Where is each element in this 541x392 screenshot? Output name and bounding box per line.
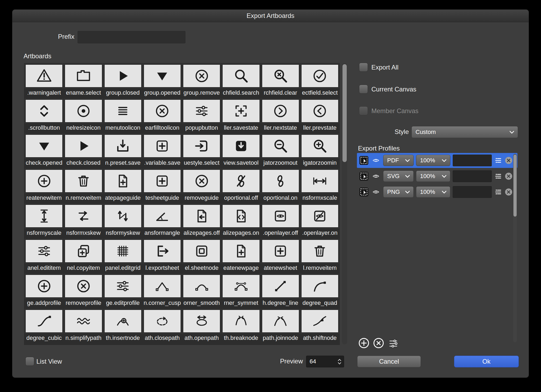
artboard-cell[interactable]: rchfield.clear bbox=[261, 63, 300, 98]
artboard-cell[interactable]: jatorzoomout bbox=[261, 133, 300, 168]
artboard-cell[interactable]: el.sheetnode bbox=[182, 239, 221, 274]
artboard-cell[interactable]: h.degree_line bbox=[261, 274, 300, 309]
list-view-checkbox[interactable] bbox=[25, 357, 34, 366]
artboard-cell[interactable]: alizepages.on bbox=[221, 203, 261, 239]
artboard-cell[interactable]: n.preset.save bbox=[103, 133, 143, 168]
artboard-cell[interactable]: n.removeitem bbox=[64, 168, 103, 203]
current-canvas-checkbox[interactable] bbox=[359, 85, 368, 94]
artboard-cell[interactable]: nsformxscale bbox=[300, 168, 340, 203]
artboard-cell[interactable]: oportional.off bbox=[221, 168, 261, 203]
artboard-cell[interactable]: th.breaknode bbox=[221, 309, 261, 344]
export-profile-row[interactable]: PNG 100% bbox=[357, 185, 517, 199]
export-all-checkbox[interactable] bbox=[359, 63, 368, 72]
profile-filename-input[interactable] bbox=[453, 186, 492, 198]
artboard-cell[interactable]: .openlayer.on bbox=[300, 203, 340, 239]
profile-settings-icon[interactable] bbox=[494, 156, 502, 164]
profile-filename-input[interactable] bbox=[453, 155, 492, 166]
artboard-cell[interactable]: igatorzoomin bbox=[300, 133, 340, 168]
profile-filename-input[interactable] bbox=[453, 170, 492, 182]
artboard-cell[interactable]: atenewsheet bbox=[261, 239, 300, 274]
artboard-cell[interactable]: ectfield.select bbox=[300, 63, 340, 98]
delete-profile-icon[interactable] bbox=[505, 188, 513, 196]
artboard-cell[interactable]: uestyle.select bbox=[182, 133, 221, 168]
artboard-cell[interactable]: group.remove bbox=[182, 63, 221, 98]
artboard-cell[interactable]: check.closed bbox=[64, 133, 103, 168]
artboard-cell[interactable]: n.simplifypath bbox=[64, 309, 103, 344]
artboard-cell[interactable]: eatenewpage bbox=[221, 239, 261, 274]
artboard-cell[interactable]: ath.shiftnode bbox=[300, 309, 340, 344]
artboard-cell[interactable]: l.exportsheet bbox=[143, 239, 182, 274]
artboard-cell[interactable]: ller.savestate bbox=[221, 98, 261, 133]
artboard-cell[interactable]: anel.edititem bbox=[24, 239, 64, 274]
profile-settings-icon[interactable] bbox=[494, 188, 502, 196]
eye-icon[interactable] bbox=[371, 173, 381, 180]
delete-profile-icon[interactable] bbox=[505, 172, 513, 180]
artboard-cell[interactable]: nsformyscale bbox=[24, 203, 64, 239]
artboard-cell[interactable]: ller.prevstate bbox=[300, 98, 340, 133]
cancel-button[interactable]: Cancel bbox=[357, 356, 421, 367]
artboard-cell[interactable]: rner_symmet bbox=[221, 274, 261, 309]
artboard-cell[interactable]: tesheetguide bbox=[143, 168, 182, 203]
artboard-cell[interactable]: nelresizeicon bbox=[64, 98, 103, 133]
artboard-cell[interactable]: .scrollbutton bbox=[24, 98, 64, 133]
artboard-cell[interactable]: removeguide bbox=[182, 168, 221, 203]
profile-settings-icon[interactable] bbox=[494, 172, 502, 180]
prefix-input[interactable] bbox=[78, 31, 185, 43]
artboard-cell[interactable]: ath.openpath bbox=[182, 309, 221, 344]
profiles-scrollbar[interactable] bbox=[513, 154, 517, 342]
artboard-grid-scrollbar[interactable] bbox=[342, 63, 347, 344]
artboard-cell[interactable]: group.closed bbox=[103, 63, 143, 98]
stepper-buttons[interactable] bbox=[335, 356, 344, 367]
artboard-cell[interactable]: degree_quad bbox=[300, 274, 340, 309]
artboard-cell[interactable]: orner_smooth bbox=[182, 274, 221, 309]
artboard-cell[interactable]: n.corner_cusp bbox=[143, 274, 182, 309]
artboard-cell[interactable]: reatenewitem bbox=[24, 168, 64, 203]
artboard-cell[interactable]: .warningalert bbox=[24, 63, 64, 98]
artboard-cell[interactable]: ath.closepath bbox=[143, 309, 182, 344]
artboard-cell[interactable]: atepageguide bbox=[103, 168, 143, 203]
export-profile-row[interactable]: SVG 100% bbox=[357, 169, 517, 184]
remove-profile-icon[interactable] bbox=[372, 337, 385, 349]
eye-icon[interactable] bbox=[371, 157, 381, 164]
eye-icon[interactable] bbox=[371, 189, 381, 195]
artboard-cell[interactable]: nel.copyitem bbox=[64, 239, 103, 274]
artboard-cell[interactable]: oportional.on bbox=[261, 168, 300, 203]
preview-stepper[interactable]: 64 bbox=[306, 356, 344, 367]
artboard-cell[interactable]: path.joinnode bbox=[261, 309, 300, 344]
format-dropdown[interactable]: PDF bbox=[383, 155, 414, 166]
ok-button[interactable]: Ok bbox=[454, 356, 519, 367]
scale-dropdown[interactable]: 100% bbox=[416, 186, 450, 198]
artboard-cell[interactable]: nsformyskew bbox=[103, 203, 143, 239]
artboard-cell[interactable]: view.savetool bbox=[221, 133, 261, 168]
delete-profile-icon[interactable] bbox=[505, 156, 513, 164]
artboard-cell[interactable]: popupbutton bbox=[182, 98, 221, 133]
artboard-cell[interactable]: l.removeitem bbox=[300, 239, 340, 274]
artboard-cell[interactable]: ename.select bbox=[64, 63, 103, 98]
artboard-cell[interactable]: chfield.search bbox=[221, 63, 261, 98]
scale-dropdown[interactable]: 100% bbox=[416, 171, 450, 182]
artboard-cell[interactable]: .variable.save bbox=[143, 133, 182, 168]
artboard-cell[interactable]: degree_cubic bbox=[24, 309, 64, 344]
add-profile-icon[interactable] bbox=[358, 337, 370, 349]
stepper-down-icon[interactable] bbox=[337, 362, 342, 365]
artboard-cell[interactable]: earfilltoolicon bbox=[143, 98, 182, 133]
artboard-cell[interactable]: menutoolicon bbox=[103, 98, 143, 133]
export-profile-row[interactable]: PDF 100% bbox=[357, 153, 517, 168]
scrollbar-thumb[interactable] bbox=[342, 64, 347, 162]
scrollbar-thumb[interactable] bbox=[513, 155, 517, 217]
artboard-cell[interactable]: removeprofile bbox=[64, 274, 103, 309]
format-dropdown[interactable]: PNG bbox=[383, 186, 414, 198]
scale-dropdown[interactable]: 100% bbox=[416, 155, 450, 166]
artboard-cell[interactable]: th.insertnode bbox=[103, 309, 143, 344]
stepper-up-icon[interactable] bbox=[337, 359, 342, 361]
artboard-cell[interactable]: .openlayer.off bbox=[261, 203, 300, 239]
artboard-cell[interactable]: nsformxskew bbox=[64, 203, 103, 239]
artboard-cell[interactable]: ge.addprofile bbox=[24, 274, 64, 309]
edit-profile-icon[interactable] bbox=[387, 337, 399, 349]
style-dropdown[interactable]: Custom bbox=[412, 126, 518, 138]
artboard-cell[interactable]: panel.editgrid bbox=[103, 239, 143, 274]
artboard-cell[interactable]: alizepages.off bbox=[182, 203, 221, 239]
artboard-cell[interactable]: check.opened bbox=[24, 133, 64, 168]
artboard-cell[interactable]: ansformangle bbox=[143, 203, 182, 239]
format-dropdown[interactable]: SVG bbox=[383, 171, 414, 182]
